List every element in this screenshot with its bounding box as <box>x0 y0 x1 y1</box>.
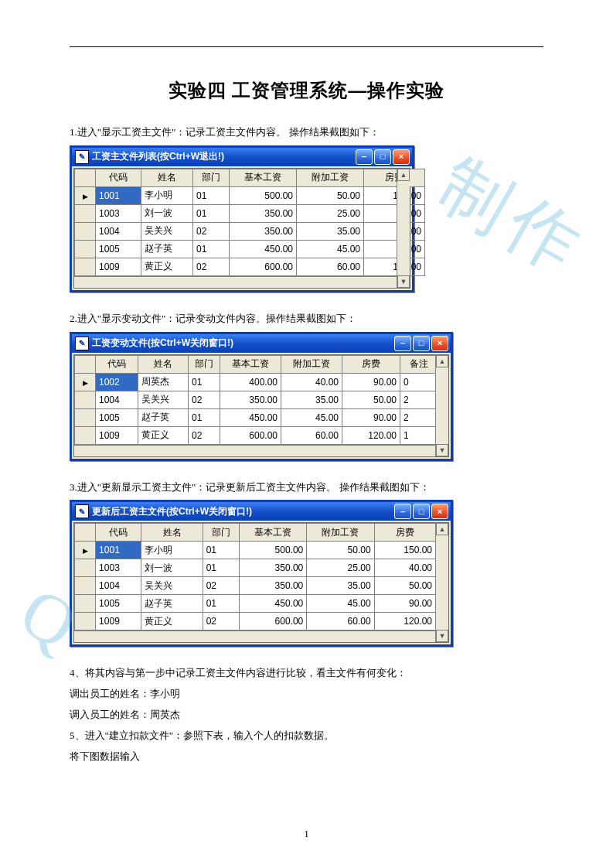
cell[interactable]: 1003 <box>96 204 141 222</box>
cell[interactable]: 02 <box>193 258 230 275</box>
cell[interactable]: 01 <box>203 595 239 613</box>
cell[interactable]: 50.00 <box>374 577 435 595</box>
cell[interactable]: 350.00 <box>239 577 306 595</box>
titlebar-2[interactable]: ✎ 工资变动文件(按Ctrl+W关闭窗口!) – □ × <box>72 334 451 353</box>
cell[interactable]: 450.00 <box>220 408 281 426</box>
cell[interactable]: 450.00 <box>239 595 306 613</box>
cell[interactable]: 0 <box>400 373 438 391</box>
cell[interactable]: 40.00 <box>281 373 342 391</box>
cell[interactable]: 周英杰 <box>138 373 189 391</box>
salary-table-2[interactable]: 代码姓名部门基本工资附加工资房费备注1002周英杰01400.0040.0090… <box>74 355 438 445</box>
cell[interactable]: 1002 <box>96 373 138 391</box>
table-row[interactable]: 1005赵子英01450.0045.0090.002 <box>75 408 438 426</box>
cell[interactable]: 吴关兴 <box>138 391 189 408</box>
table-row[interactable]: 1001李小明01500.0050.00150.00 <box>75 186 425 204</box>
cell[interactable]: 400.00 <box>220 373 281 391</box>
row-marker[interactable] <box>75 222 96 240</box>
cell[interactable]: 02 <box>189 426 220 444</box>
cell[interactable]: 1004 <box>96 577 141 595</box>
cell[interactable]: 1003 <box>96 559 141 577</box>
cell[interactable]: 500.00 <box>230 186 297 204</box>
column-header[interactable]: 基本工资 <box>239 524 306 542</box>
cell[interactable]: 45.00 <box>307 595 374 613</box>
scroll-up-icon[interactable]: ▲ <box>397 169 410 181</box>
cell[interactable]: 450.00 <box>230 240 297 258</box>
cell[interactable]: 02 <box>203 577 239 595</box>
row-marker[interactable] <box>75 595 96 613</box>
cell[interactable]: 刘一波 <box>141 559 203 577</box>
column-header[interactable]: 代码 <box>96 169 141 186</box>
scrollbar-vertical[interactable]: ▲ ▼ <box>397 169 410 288</box>
cell[interactable]: 90.00 <box>374 595 435 613</box>
close-button[interactable]: × <box>431 336 448 351</box>
maximize-button[interactable]: □ <box>413 336 430 351</box>
row-marker[interactable] <box>75 408 96 426</box>
scroll-down-icon[interactable]: ▼ <box>436 630 448 642</box>
column-header[interactable]: 附加工资 <box>297 169 364 186</box>
column-header[interactable]: 部门 <box>203 524 239 542</box>
maximize-button[interactable]: □ <box>413 504 430 519</box>
scroll-up-icon[interactable]: ▲ <box>436 523 448 535</box>
cell[interactable]: 350.00 <box>230 222 297 240</box>
row-marker[interactable] <box>75 186 96 204</box>
column-header[interactable]: 房费 <box>374 524 435 542</box>
cell[interactable]: 40.00 <box>364 204 425 222</box>
cell[interactable]: 01 <box>193 186 230 204</box>
cell[interactable]: 吴关兴 <box>141 222 193 240</box>
salary-table-3[interactable]: 代码姓名部门基本工资附加工资房费1001李小明01500.0050.00150.… <box>74 523 436 630</box>
column-header[interactable]: 代码 <box>96 355 138 373</box>
cell[interactable]: 01 <box>203 559 239 577</box>
cell[interactable]: 25.00 <box>297 204 364 222</box>
minimize-button[interactable]: – <box>394 504 411 519</box>
scrollbar-vertical[interactable]: ▲ ▼ <box>435 355 448 456</box>
cell[interactable]: 刘一波 <box>141 204 193 222</box>
cell[interactable]: 60.00 <box>297 258 364 275</box>
cell[interactable]: 350.00 <box>239 559 306 577</box>
column-header[interactable]: 房费 <box>364 169 425 186</box>
table-row[interactable]: 1003刘一波01350.0025.0040.00 <box>75 204 425 222</box>
table-row[interactable]: 1009黄正义02600.0060.00120.001 <box>75 426 438 444</box>
titlebar-3[interactable]: ✎ 更新后工资主文件(按Ctrl+W关闭窗口!) – □ × <box>72 502 451 521</box>
cell[interactable]: 1 <box>400 426 438 444</box>
scroll-up-icon[interactable]: ▲ <box>436 355 448 367</box>
cell[interactable]: 01 <box>193 204 230 222</box>
row-marker[interactable] <box>75 426 96 444</box>
table-row[interactable]: 1003刘一波01350.0025.0040.00 <box>75 559 436 577</box>
cell[interactable]: 1009 <box>96 613 141 630</box>
cell[interactable]: 600.00 <box>239 613 306 630</box>
column-header[interactable]: 附加工资 <box>281 355 342 373</box>
cell[interactable]: 1005 <box>96 408 138 426</box>
column-header[interactable]: 姓名 <box>141 169 193 186</box>
row-marker[interactable] <box>75 204 96 222</box>
cell[interactable]: 1001 <box>96 542 141 559</box>
row-marker[interactable] <box>75 559 96 577</box>
row-marker[interactable] <box>75 613 96 630</box>
cell[interactable]: 90.00 <box>342 408 400 426</box>
column-header[interactable]: 房费 <box>342 355 400 373</box>
cell[interactable]: 1009 <box>96 258 141 275</box>
close-button[interactable]: × <box>431 504 448 519</box>
column-header[interactable]: 姓名 <box>138 355 189 373</box>
cell[interactable]: 350.00 <box>220 391 281 408</box>
cell[interactable]: 02 <box>193 222 230 240</box>
column-header[interactable]: 姓名 <box>141 524 203 542</box>
scroll-down-icon[interactable]: ▼ <box>436 444 448 456</box>
column-header[interactable]: 基本工资 <box>230 169 297 186</box>
cell[interactable]: 600.00 <box>220 426 281 444</box>
cell[interactable]: 50.00 <box>307 542 374 559</box>
cell[interactable]: 50.00 <box>342 391 400 408</box>
cell[interactable]: 01 <box>189 408 220 426</box>
column-header[interactable]: 基本工资 <box>220 355 281 373</box>
close-button[interactable]: × <box>393 149 410 165</box>
maximize-button[interactable]: □ <box>374 149 391 165</box>
cell[interactable]: 90.00 <box>364 240 425 258</box>
cell[interactable]: 25.00 <box>307 559 374 577</box>
cell[interactable]: 1004 <box>96 222 141 240</box>
row-marker[interactable] <box>75 258 96 275</box>
cell[interactable]: 50.00 <box>297 186 364 204</box>
table-row[interactable]: 1009黄正义02600.0060.00120.00 <box>75 613 436 630</box>
cell[interactable]: 黄正义 <box>141 258 193 275</box>
table-row[interactable]: 1004吴关兴02350.0035.0050.00 <box>75 577 436 595</box>
cell[interactable]: 1005 <box>96 595 141 613</box>
cell[interactable]: 黄正义 <box>141 613 203 630</box>
